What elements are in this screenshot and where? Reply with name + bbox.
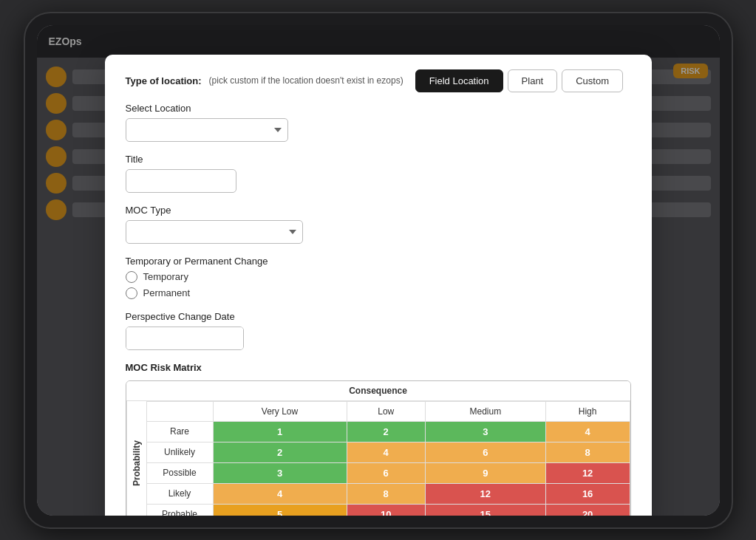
matrix-cell-4-3: 20 [545,504,630,516]
temp-perm-label: Temporary or Permanent Change [126,256,631,267]
matrix-row-label-4: Probable [146,504,213,516]
matrix-cell-1-1: 4 [347,442,425,462]
matrix-cell-2-3: 12 [545,462,630,483]
matrix-th-empty [146,401,213,421]
matrix-cell-1-2: 6 [425,442,545,462]
matrix-cell-0-1: 2 [347,421,425,442]
select-location-label: Select Location [126,103,631,114]
type-of-location-hint: (pick custom if the location doesn't exi… [209,75,403,86]
matrix-cell-4-1: 10 [347,504,425,516]
modal-overlay: Type of location: (pick custom if the lo… [37,25,720,516]
matrix-cell-0-2: 3 [425,421,545,442]
permanent-label: Permanent [143,287,191,298]
title-label: Title [126,154,631,165]
matrix-th-low: Low [347,401,425,421]
moc-type-label: MOC Type [126,205,631,216]
tablet-frame: EZOps RISK [24,12,733,529]
matrix-cell-0-0: 1 [213,421,347,442]
probability-label: Probability [126,401,146,516]
matrix-cell-2-1: 6 [347,462,425,483]
moc-type-group: MOC Type [126,205,631,244]
matrix-th-verylow: Very Low [213,401,347,421]
matrix-header-row: Very Low Low Medium High [146,401,630,421]
matrix-row-label-3: Likely [146,483,213,504]
matrix-table: Very Low Low Medium High Rare1234Unlikel… [146,401,630,516]
matrix-body: Probability Very Low Low Medium High [126,401,630,516]
matrix-cell-4-2: 15 [425,504,545,516]
matrix-row-0: Rare1234 [146,421,630,442]
matrix-row-3: Likely481216 [146,483,630,504]
permanent-radio[interactable] [126,287,137,299]
title-group: Title [126,154,631,193]
screen: EZOps RISK [37,25,720,516]
perspective-date-label: Perspective Change Date [126,311,631,322]
matrix-cell-3-0: 4 [213,483,347,504]
temporary-label: Temporary [143,271,188,282]
matrix-row-label-1: Unlikely [146,442,213,462]
matrix-cell-3-3: 16 [545,483,630,504]
matrix-row-1: Unlikely2468 [146,442,630,462]
matrix-cell-2-2: 9 [425,462,545,483]
radio-group: Temporary Permanent [126,271,631,299]
matrix-cell-1-3: 8 [545,442,630,462]
matrix-row-4: Probable5101520 [146,504,630,516]
select-location-input[interactable] [126,118,288,142]
matrix-row-2: Possible36912 [146,462,630,483]
date-input[interactable] [126,327,244,349]
matrix-cell-3-1: 8 [347,483,425,504]
matrix-cell-0-3: 4 [545,421,630,442]
perspective-date-group: Perspective Change Date 📅 [126,311,631,350]
type-of-location-row: Type of location: (pick custom if the lo… [126,69,631,92]
risk-matrix-container: Consequence Probability Very Low Low Med… [126,380,631,516]
matrix-cell-4-0: 5 [213,504,347,516]
moc-risk-matrix-group: MOC Risk Matrix Consequence Probability … [126,362,631,516]
matrix-row-label-0: Rare [146,421,213,442]
date-input-wrap: 📅 [126,327,244,350]
title-input[interactable] [126,169,236,193]
temporary-radio-item[interactable]: Temporary [126,271,631,283]
matrix-cell-2-0: 3 [213,462,347,483]
temporary-radio[interactable] [126,271,137,283]
field-location-button[interactable]: Field Location [415,69,503,92]
permanent-radio-item[interactable]: Permanent [126,287,631,299]
moc-type-select[interactable] [126,220,303,244]
consequence-header: Consequence [126,381,630,401]
matrix-cell-3-2: 12 [425,483,545,504]
moc-risk-matrix-title: MOC Risk Matrix [126,362,631,373]
matrix-th-medium: Medium [425,401,545,421]
select-location-group: Select Location [126,103,631,142]
matrix-th-high: High [545,401,630,421]
modal-dialog: Type of location: (pick custom if the lo… [105,55,652,516]
temp-perm-group: Temporary or Permanent Change Temporary … [126,256,631,299]
matrix-row-label-2: Possible [146,462,213,483]
type-of-location-label: Type of location: [126,75,202,86]
matrix-cell-1-0: 2 [213,442,347,462]
custom-button[interactable]: Custom [562,69,623,92]
plant-button[interactable]: Plant [508,69,558,92]
